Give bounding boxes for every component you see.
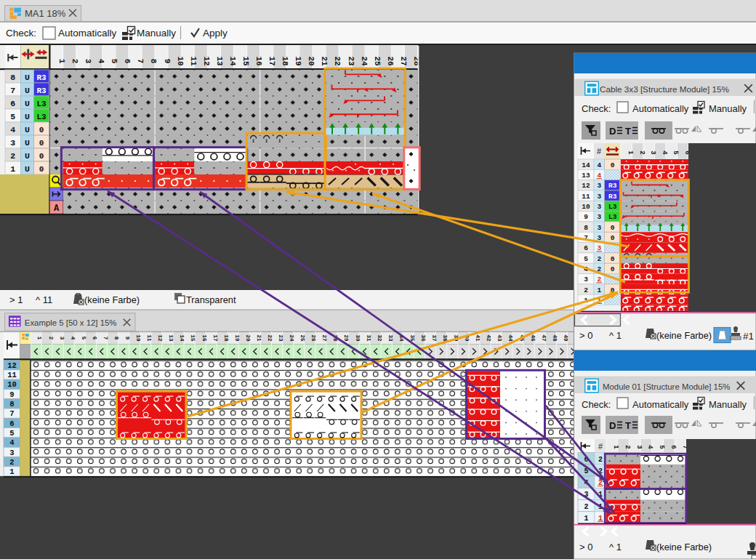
svg-text:2: 2 [9, 458, 14, 467]
svg-text:L3: L3 [608, 203, 617, 211]
svg-text:> 0: > 0 [579, 542, 592, 552]
svg-text:2: 2 [638, 150, 646, 154]
svg-text:2: 2 [624, 445, 631, 449]
svg-text:10: 10 [7, 380, 17, 389]
svg-text:0: 0 [611, 265, 615, 273]
svg-text:27: 27 [321, 334, 327, 342]
svg-text:D: D [609, 126, 616, 137]
svg-text:7: 7 [136, 59, 145, 64]
svg-text:5: 5 [110, 59, 118, 64]
svg-text:#: # [597, 147, 602, 156]
svg-text:> 0: > 0 [579, 330, 592, 341]
svg-text:R3: R3 [36, 87, 47, 95]
svg-text:0: 0 [611, 224, 615, 232]
svg-text:3: 3 [597, 224, 601, 232]
svg-text:^ 1: ^ 1 [609, 330, 622, 341]
svg-text:9: 9 [124, 337, 130, 340]
svg-text:11: 11 [146, 334, 152, 342]
svg-text:7: 7 [10, 86, 15, 95]
svg-text:18: 18 [281, 56, 289, 66]
svg-text:8: 8 [9, 400, 14, 409]
svg-text:U: U [25, 99, 30, 108]
svg-text:4: 4 [661, 150, 668, 155]
svg-text:^ 11: ^ 11 [36, 294, 52, 305]
svg-text:5: 5 [658, 445, 665, 449]
svg-text:5: 5 [81, 337, 87, 340]
svg-text:D: D [609, 420, 616, 431]
svg-text:12: 12 [582, 182, 590, 190]
svg-text:Cable 3x3 [Structure Module] 1: Cable 3x3 [Structure Module] 15% [600, 84, 729, 94]
svg-text:33: 33 [387, 334, 393, 342]
svg-text:U: U [25, 125, 30, 134]
svg-text:T: T [625, 420, 631, 431]
svg-text:9: 9 [9, 390, 14, 399]
svg-text:26: 26 [386, 56, 395, 65]
svg-text:14: 14 [228, 56, 237, 66]
svg-text:U: U [25, 151, 30, 161]
svg-text:1: 1 [584, 515, 588, 523]
svg-text:23: 23 [347, 56, 355, 66]
svg-text:0: 0 [611, 234, 615, 242]
svg-text:#1: #1 [743, 331, 754, 342]
svg-text:5: 5 [584, 255, 588, 263]
svg-text:1: 1 [57, 59, 66, 64]
svg-text:13: 13 [215, 56, 224, 66]
svg-text:Example 5 [50 x 12] 15%: Example 5 [50 x 12] 15% [25, 318, 117, 327]
svg-text:43: 43 [496, 334, 502, 342]
svg-text:44: 44 [507, 334, 513, 342]
svg-text:32: 32 [377, 334, 382, 342]
svg-text:3: 3 [597, 213, 601, 221]
svg-text:10: 10 [582, 203, 590, 211]
svg-text:0: 0 [611, 255, 615, 263]
svg-text:12: 12 [7, 361, 17, 370]
svg-text:20: 20 [307, 56, 315, 65]
svg-text:9: 9 [163, 59, 172, 64]
svg-text:#: # [598, 442, 603, 451]
svg-text:2: 2 [10, 151, 15, 161]
svg-text:17: 17 [212, 334, 218, 342]
svg-text:16: 16 [201, 334, 207, 342]
svg-text:3: 3 [10, 138, 15, 148]
svg-text:Manually: Manually [709, 103, 747, 114]
svg-text:25: 25 [373, 56, 382, 66]
svg-text:1: 1 [597, 286, 601, 294]
svg-text:2: 2 [584, 503, 588, 511]
svg-text:Transparent: Transparent [186, 294, 236, 305]
svg-text:10: 10 [135, 334, 141, 342]
svg-text:49: 49 [563, 334, 568, 342]
svg-text:13: 13 [168, 334, 174, 342]
svg-text:R3: R3 [608, 193, 617, 201]
svg-text:6: 6 [9, 419, 14, 428]
svg-text:13: 13 [582, 172, 590, 180]
svg-text:4: 4 [97, 59, 105, 64]
svg-text:U: U [25, 138, 30, 148]
svg-text:(keine Farbe): (keine Farbe) [656, 542, 712, 552]
svg-text:5: 5 [672, 150, 679, 154]
svg-text:1: 1 [36, 337, 42, 340]
svg-text:MA1 18%: MA1 18% [25, 8, 66, 19]
svg-text:Apply: Apply [203, 28, 228, 39]
svg-text:5: 5 [10, 112, 15, 121]
svg-text:0: 0 [39, 139, 44, 148]
svg-text:7: 7 [102, 337, 108, 340]
svg-text:0: 0 [39, 126, 44, 134]
svg-text:15: 15 [241, 56, 250, 66]
svg-text:0: 0 [611, 161, 615, 169]
svg-text:(keine Farbe): (keine Farbe) [656, 330, 712, 341]
svg-text:37: 37 [431, 334, 437, 342]
svg-text:3: 3 [635, 445, 643, 449]
svg-text:Check:: Check: [582, 103, 611, 114]
svg-text:6: 6 [10, 99, 15, 108]
svg-text:11: 11 [189, 56, 198, 66]
svg-text:12: 12 [157, 334, 163, 342]
svg-text:31: 31 [366, 334, 371, 342]
svg-text:19: 19 [294, 56, 302, 65]
svg-text:Automatically: Automatically [632, 399, 689, 410]
svg-text:30: 30 [355, 334, 361, 342]
svg-text:21: 21 [320, 56, 329, 66]
svg-text:2: 2 [598, 456, 603, 464]
svg-text:8: 8 [584, 224, 588, 232]
svg-text:22: 22 [267, 334, 273, 342]
svg-text:4: 4 [646, 445, 654, 449]
svg-text:Automatically: Automatically [632, 103, 689, 114]
